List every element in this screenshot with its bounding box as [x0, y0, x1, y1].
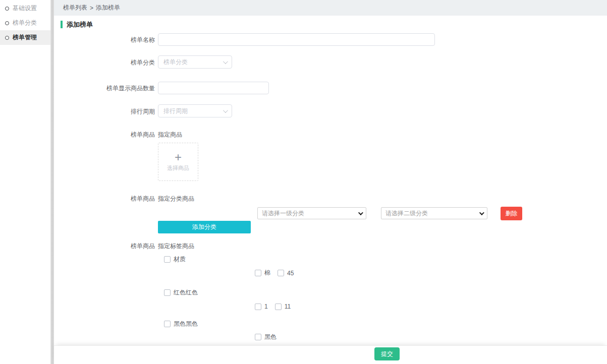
tag-group-material: 材质: [164, 255, 186, 264]
sublabel-category-products: 指定分类商品: [158, 195, 194, 203]
picker-label: 选择商品: [167, 164, 189, 172]
display-count-input[interactable]: [158, 82, 269, 94]
label-ranking-period: 排行周期: [59, 107, 155, 116]
sidebar-item-label: 榜单分类: [13, 19, 37, 27]
checkbox[interactable]: [255, 304, 261, 310]
sidebar-item-label: 榜单管理: [13, 33, 37, 42]
level2-category-select[interactable]: 请选择二级分类: [381, 207, 487, 219]
label-ranking-name: 榜单名称: [59, 36, 155, 44]
checkbox[interactable]: [275, 304, 282, 310]
sidebar-item-ranking-management[interactable]: 榜单管理: [0, 30, 50, 45]
tag-45: 45: [278, 270, 294, 277]
checkbox-label: 1: [264, 303, 268, 310]
tag-row: 黑色: [255, 333, 277, 341]
checkbox[interactable]: [164, 321, 171, 327]
breadcrumb-current: 添加榜单: [96, 4, 120, 12]
sidebar-item-basic-settings[interactable]: 基础设置: [0, 1, 50, 16]
page: 基础设置 榜单分类 榜单管理 榜单列表 > 添加榜单 添加榜单 榜单名称 榜单分…: [0, 0, 607, 364]
label-ranking-category: 榜单分类: [59, 58, 155, 67]
chevron-down-icon: [223, 59, 228, 64]
sublabel-specified-products: 指定商品: [158, 131, 182, 139]
checkbox-label: 棉: [264, 269, 270, 277]
checkbox[interactable]: [255, 334, 261, 340]
tag-cotton: 棉: [255, 269, 270, 277]
plus-icon: +: [175, 152, 182, 162]
checkbox-label: 黑色: [264, 333, 277, 341]
circle-icon: [5, 21, 9, 25]
chevron-down-icon: [223, 108, 228, 113]
tag-group-row: 红色红色: [164, 288, 198, 297]
label-ranking-products-1: 榜单商品: [59, 131, 155, 139]
chevron-down-icon: [358, 210, 363, 215]
checkbox-label: 黑色黑色: [174, 320, 198, 328]
checkbox-label: 45: [287, 270, 294, 277]
sublabel-tag-products: 指定标签商品: [158, 242, 194, 251]
checkbox[interactable]: [255, 270, 261, 276]
select-placeholder: 榜单分类: [163, 58, 221, 67]
section-accent-bar: [61, 21, 63, 28]
checkbox[interactable]: [278, 270, 284, 276]
ranking-category-select[interactable]: 榜单分类: [158, 55, 232, 69]
tag-black: 黑色: [255, 333, 277, 341]
ranking-name-input[interactable]: [158, 33, 435, 46]
select-placeholder: 请选择一级分类: [262, 209, 355, 218]
circle-icon: [5, 36, 9, 40]
checkbox[interactable]: [164, 289, 171, 296]
checkbox-label: 材质: [174, 255, 186, 264]
label-ranking-products-2: 榜单商品: [59, 195, 155, 203]
add-category-button[interactable]: 添加分类: [158, 221, 251, 233]
breadcrumb: 榜单列表 > 添加榜单: [54, 0, 607, 16]
tag-1: 1: [255, 303, 268, 310]
submit-button[interactable]: 提交: [374, 347, 400, 360]
tag-group-row: 黑色黑色: [164, 320, 198, 328]
checkbox[interactable]: [164, 256, 171, 263]
footer-bar: [54, 345, 607, 364]
sidebar-item-label: 基础设置: [13, 4, 37, 13]
delete-button[interactable]: 删除: [501, 207, 522, 220]
tag-group-row: 材质: [164, 255, 186, 264]
select-placeholder: 请选择二级分类: [385, 209, 476, 218]
sidebar: 基础设置 榜单分类 榜单管理: [0, 0, 50, 364]
circle-icon: [5, 7, 9, 11]
sidebar-item-ranking-category[interactable]: 榜单分类: [0, 16, 50, 30]
select-placeholder: 排行周期: [163, 107, 221, 115]
checkbox-label: 红色红色: [174, 288, 198, 297]
tag-11: 11: [275, 303, 291, 310]
chevron-down-icon: [479, 210, 484, 215]
level1-category-select[interactable]: 请选择一级分类: [257, 207, 366, 219]
ranking-period-select[interactable]: 排行周期: [158, 104, 232, 117]
breadcrumb-ranking-list[interactable]: 榜单列表: [63, 4, 87, 12]
page-title: 添加榜单: [67, 20, 93, 29]
checkbox-label: 11: [285, 303, 291, 310]
breadcrumb-separator: >: [90, 5, 93, 12]
sidebar-scrollbar[interactable]: [50, 0, 54, 364]
label-ranking-products-3: 榜单商品: [59, 242, 155, 251]
tag-row: 1 11: [255, 303, 291, 310]
select-products-picker[interactable]: + 选择商品: [158, 143, 198, 181]
label-display-count: 榜单显示商品数量: [59, 84, 155, 93]
tag-group-red: 红色红色: [164, 288, 198, 297]
tag-group-black: 黑色黑色: [164, 320, 198, 328]
tag-row: 棉 45: [255, 269, 294, 277]
